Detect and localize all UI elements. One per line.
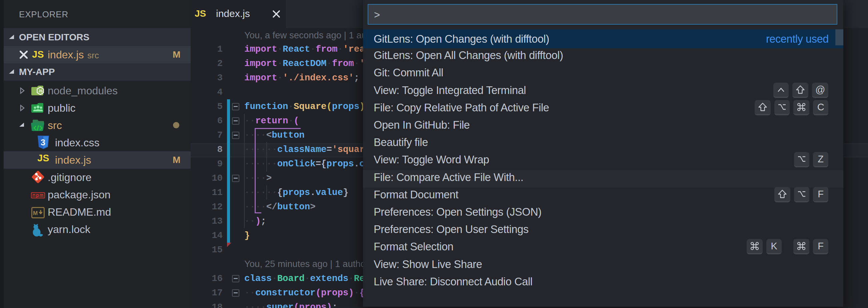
svg-text:M: M: [33, 210, 38, 216]
svg-text:JS: JS: [38, 89, 43, 93]
svg-text:3: 3: [41, 138, 45, 147]
